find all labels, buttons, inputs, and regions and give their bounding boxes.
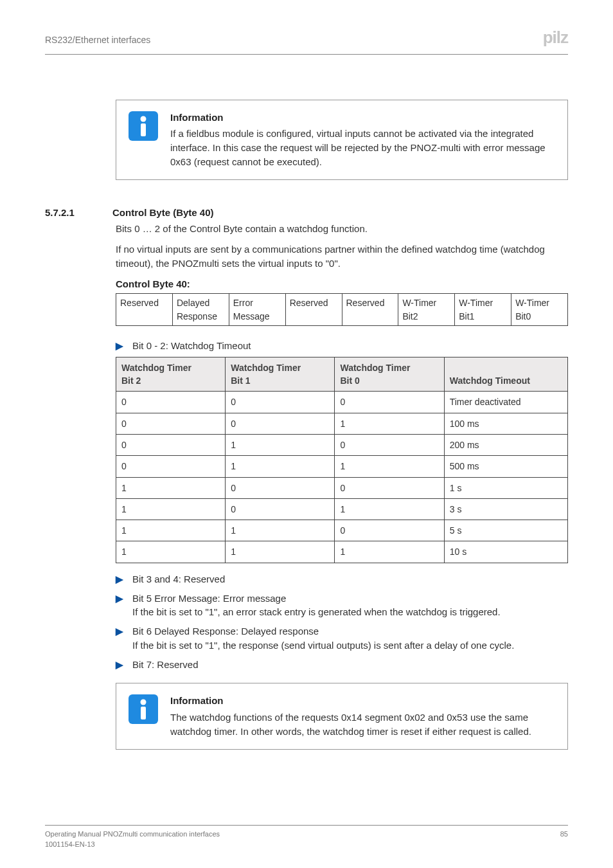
paragraph-2: If no virtual inputs are sent by a commu…	[116, 242, 568, 271]
bullet-line: If the bit is set to "1", the response (…	[132, 640, 514, 651]
col-header: Watchdog Timeout	[444, 357, 567, 392]
bullet-arrow-icon: ▶	[116, 658, 123, 671]
cb-line: Bit1	[459, 311, 474, 321]
bullet-text: Bit 7: Reserved	[132, 658, 568, 672]
section-number: 5.7.2.1	[45, 206, 93, 220]
watchdog-timeout-table: Watchdog Timer Bit 2 Watchdog Timer Bit …	[116, 357, 568, 563]
bullet-text: Bit 6 Delayed Response: Delayed response…	[132, 624, 568, 653]
section-heading: 5.7.2.1 Control Byte (Byte 40)	[45, 206, 568, 220]
svg-point-1	[141, 116, 147, 122]
cb-line: Bit0	[515, 311, 531, 321]
td: 1	[226, 456, 335, 477]
th-line: Bit 2	[121, 375, 141, 386]
footer-line: Operating Manual PNOZmulti communication…	[45, 830, 220, 838]
table-row: Reserved Delayed Response Error Message …	[116, 294, 568, 326]
td: 0	[116, 456, 226, 477]
td: 0	[116, 413, 226, 434]
td: 0	[335, 477, 444, 498]
bullet-line: If the bit is set to "1", an error stack…	[132, 606, 501, 617]
bullet-bit-5: ▶ Bit 5 Error Message: Error message If …	[116, 592, 568, 620]
table-row: 11110 s	[116, 541, 568, 563]
info-icon	[128, 111, 159, 145]
table-row: 1013 s	[116, 498, 568, 520]
cb-line: W-Timer	[459, 298, 493, 308]
td: 3 s	[444, 498, 567, 520]
td: 1	[335, 498, 444, 520]
table-row: 001100 ms	[116, 413, 568, 434]
footer-line: 1001154-EN-13	[45, 840, 95, 848]
td: 0	[226, 477, 335, 498]
cb-cell: Delayed Response	[172, 294, 229, 326]
td: 0	[335, 520, 444, 541]
col-header: Watchdog Timer Bit 2	[116, 357, 226, 392]
cb-line: Message	[233, 311, 270, 321]
info-icon	[128, 694, 159, 728]
cb-cell: W-Timer Bit2	[398, 294, 455, 326]
bullet-text: Bit 0 - 2: Watchdog Timeout	[132, 339, 568, 353]
bullet-text: Bit 3 and 4: Reserved	[132, 572, 568, 586]
td: Timer deactivated	[444, 392, 567, 413]
info-box-fieldbus: Information If a fieldbus module is conf…	[116, 100, 568, 180]
footer-left: Operating Manual PNOZmulti communication…	[45, 829, 220, 850]
bullet-line: Bit 5 Error Message: Error message	[132, 593, 286, 604]
td: 1	[226, 541, 335, 563]
cb-cell: W-Timer Bit1	[455, 294, 511, 326]
svg-point-4	[141, 700, 147, 705]
td: 100 ms	[444, 413, 567, 434]
cb-line: Error	[233, 298, 253, 308]
page-header: RS232/Ethernet interfaces pilz	[45, 26, 568, 55]
table-row: 1001 s	[116, 477, 568, 498]
bullet-text: Bit 5 Error Message: Error message If th…	[132, 592, 568, 620]
cb-cell: Reserved	[342, 294, 398, 326]
td: 1	[226, 434, 335, 455]
bullet-line: Bit 6 Delayed Response: Delayed response	[132, 626, 319, 637]
info-text: Information The watchdog functions of th…	[170, 694, 556, 738]
th-line: Watchdog Timer	[340, 363, 410, 373]
info-text: Information If a fieldbus module is conf…	[170, 111, 556, 169]
cb-line: W-Timer	[402, 298, 436, 308]
table-header-row: Watchdog Timer Bit 2 Watchdog Timer Bit …	[116, 357, 568, 392]
td: 200 ms	[444, 434, 567, 455]
col-header: Watchdog Timer Bit 1	[226, 357, 335, 392]
td: 1	[335, 456, 444, 477]
th-line: Bit 0	[340, 375, 359, 386]
th-line: Watchdog Timer	[121, 363, 191, 373]
page-number: 85	[560, 829, 568, 850]
th-line: Bit 1	[231, 375, 250, 386]
td: 0	[116, 392, 226, 413]
paragraph-1: Bits 0 … 2 of the Control Byte contain a…	[116, 222, 568, 236]
td: 1	[116, 477, 226, 498]
td: 1 s	[444, 477, 567, 498]
td: 10 s	[444, 541, 567, 563]
td: 1	[116, 541, 226, 563]
bullet-bit-3-4: ▶ Bit 3 and 4: Reserved	[116, 572, 568, 586]
td: 0	[116, 434, 226, 455]
td: 0	[335, 392, 444, 413]
brand-logo: pilz	[543, 26, 568, 50]
cb-line: Response	[177, 311, 217, 321]
header-title: RS232/Ethernet interfaces	[45, 33, 150, 46]
info-body: The watchdog functions of the requests 0…	[170, 712, 531, 737]
table-row: 000Timer deactivated	[116, 392, 568, 413]
cb-cell: Reserved	[116, 294, 173, 326]
bullet-wdt-intro: ▶ Bit 0 - 2: Watchdog Timeout	[116, 339, 568, 353]
td: 1	[335, 413, 444, 434]
td: 1	[226, 520, 335, 541]
td: 0	[335, 434, 444, 455]
cb-cell: Reserved	[285, 294, 342, 326]
td: 5 s	[444, 520, 567, 541]
info-heading: Information	[170, 111, 556, 125]
td: 1	[116, 498, 226, 520]
svg-rect-5	[141, 707, 146, 719]
th-line: Watchdog Timer	[231, 363, 301, 373]
info-heading: Information	[170, 694, 556, 708]
table-row: 011500 ms	[116, 456, 568, 477]
page-footer: Operating Manual PNOZmulti communication…	[45, 825, 568, 850]
info-body: If a fieldbus module is configured, virt…	[170, 128, 546, 167]
cb-line: Bit2	[402, 311, 418, 321]
bullet-bit-6: ▶ Bit 6 Delayed Response: Delayed respon…	[116, 624, 568, 653]
th-line: Watchdog Timeout	[450, 375, 530, 386]
td: 500 ms	[444, 456, 567, 477]
bullet-arrow-icon: ▶	[116, 624, 123, 638]
cb-line: Delayed	[177, 298, 209, 308]
